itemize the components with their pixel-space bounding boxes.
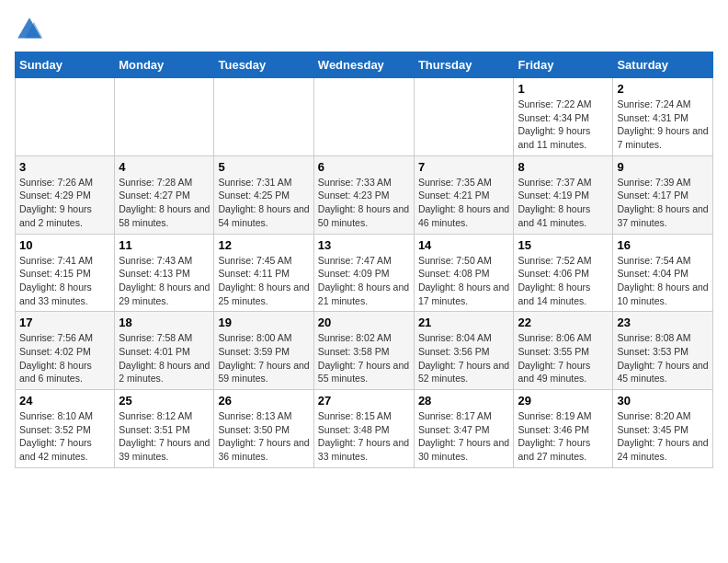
calendar-cell	[313, 78, 414, 156]
day-number: 19	[218, 316, 309, 329]
day-info: Sunrise: 7:41 AM Sunset: 4:15 PM Dayligh…	[19, 254, 110, 308]
day-info: Sunrise: 7:47 AM Sunset: 4:09 PM Dayligh…	[318, 254, 410, 308]
col-header-wednesday: Wednesday	[313, 52, 414, 78]
day-info: Sunrise: 8:04 AM Sunset: 3:56 PM Dayligh…	[418, 331, 510, 385]
calendar-cell	[115, 78, 214, 156]
day-number: 23	[617, 316, 709, 329]
calendar-week-row: 17Sunrise: 7:56 AM Sunset: 4:02 PM Dayli…	[16, 312, 713, 390]
day-info: Sunrise: 7:45 AM Sunset: 4:11 PM Dayligh…	[218, 254, 309, 308]
calendar-cell: 29Sunrise: 8:19 AM Sunset: 3:46 PM Dayli…	[514, 390, 613, 468]
calendar-week-row: 10Sunrise: 7:41 AM Sunset: 4:15 PM Dayli…	[16, 234, 713, 312]
day-info: Sunrise: 8:02 AM Sunset: 3:58 PM Dayligh…	[318, 331, 410, 385]
day-number: 25	[119, 394, 210, 408]
calendar-cell: 14Sunrise: 7:50 AM Sunset: 4:08 PM Dayli…	[414, 234, 514, 312]
calendar-cell: 28Sunrise: 8:17 AM Sunset: 3:47 PM Dayli…	[414, 390, 514, 468]
day-info: Sunrise: 8:15 AM Sunset: 3:48 PM Dayligh…	[318, 409, 410, 464]
day-number: 27	[318, 394, 410, 408]
calendar-cell: 19Sunrise: 8:00 AM Sunset: 3:59 PM Dayli…	[214, 312, 313, 390]
day-number: 7	[418, 160, 510, 174]
calendar-cell: 4Sunrise: 7:28 AM Sunset: 4:27 PM Daylig…	[115, 155, 214, 234]
day-number: 18	[119, 316, 210, 329]
logo	[15, 15, 48, 44]
calendar-table: SundayMondayTuesdayWednesdayThursdayFrid…	[15, 52, 713, 468]
day-number: 12	[218, 238, 309, 252]
calendar-cell: 23Sunrise: 8:08 AM Sunset: 3:53 PM Dayli…	[613, 312, 713, 390]
day-info: Sunrise: 8:12 AM Sunset: 3:51 PM Dayligh…	[119, 409, 210, 464]
day-number: 17	[19, 316, 110, 329]
day-info: Sunrise: 7:33 AM Sunset: 4:23 PM Dayligh…	[318, 176, 410, 230]
col-header-friday: Friday	[514, 52, 613, 78]
col-header-sunday: Sunday	[16, 52, 115, 78]
day-info: Sunrise: 7:26 AM Sunset: 4:29 PM Dayligh…	[19, 176, 110, 230]
day-number: 15	[518, 238, 609, 252]
day-number: 16	[617, 238, 709, 252]
calendar-cell: 30Sunrise: 8:20 AM Sunset: 3:45 PM Dayli…	[613, 390, 713, 468]
day-number: 14	[418, 238, 510, 252]
day-info: Sunrise: 7:39 AM Sunset: 4:17 PM Dayligh…	[617, 176, 709, 230]
day-info: Sunrise: 8:08 AM Sunset: 3:53 PM Dayligh…	[617, 331, 709, 385]
day-number: 9	[617, 160, 709, 174]
calendar-cell: 5Sunrise: 7:31 AM Sunset: 4:25 PM Daylig…	[214, 155, 313, 234]
col-header-saturday: Saturday	[613, 52, 713, 78]
calendar-cell: 6Sunrise: 7:33 AM Sunset: 4:23 PM Daylig…	[313, 155, 414, 234]
calendar-cell: 21Sunrise: 8:04 AM Sunset: 3:56 PM Dayli…	[414, 312, 514, 390]
calendar-cell: 13Sunrise: 7:47 AM Sunset: 4:09 PM Dayli…	[313, 234, 414, 312]
calendar-cell: 20Sunrise: 8:02 AM Sunset: 3:58 PM Dayli…	[313, 312, 414, 390]
day-number: 21	[418, 316, 510, 329]
calendar-cell: 17Sunrise: 7:56 AM Sunset: 4:02 PM Dayli…	[16, 312, 115, 390]
calendar-cell: 25Sunrise: 8:12 AM Sunset: 3:51 PM Dayli…	[115, 390, 214, 468]
col-header-thursday: Thursday	[414, 52, 514, 78]
logo-icon	[15, 15, 44, 44]
day-info: Sunrise: 7:37 AM Sunset: 4:19 PM Dayligh…	[518, 176, 609, 230]
day-info: Sunrise: 7:22 AM Sunset: 4:34 PM Dayligh…	[518, 98, 609, 152]
col-header-tuesday: Tuesday	[214, 52, 313, 78]
day-info: Sunrise: 8:13 AM Sunset: 3:50 PM Dayligh…	[218, 409, 309, 464]
day-info: Sunrise: 7:56 AM Sunset: 4:02 PM Dayligh…	[19, 331, 110, 385]
calendar-cell: 9Sunrise: 7:39 AM Sunset: 4:17 PM Daylig…	[613, 155, 713, 234]
day-info: Sunrise: 8:06 AM Sunset: 3:55 PM Dayligh…	[518, 331, 609, 385]
day-info: Sunrise: 7:24 AM Sunset: 4:31 PM Dayligh…	[617, 98, 709, 152]
calendar-cell: 12Sunrise: 7:45 AM Sunset: 4:11 PM Dayli…	[214, 234, 313, 312]
day-info: Sunrise: 7:35 AM Sunset: 4:21 PM Dayligh…	[418, 176, 510, 230]
day-number: 8	[518, 160, 609, 174]
calendar-cell: 24Sunrise: 8:10 AM Sunset: 3:52 PM Dayli…	[16, 390, 115, 468]
calendar-cell: 27Sunrise: 8:15 AM Sunset: 3:48 PM Dayli…	[313, 390, 414, 468]
day-number: 10	[19, 238, 110, 252]
calendar-week-row: 3Sunrise: 7:26 AM Sunset: 4:29 PM Daylig…	[16, 155, 713, 234]
calendar-cell	[414, 78, 514, 156]
calendar-header-row: SundayMondayTuesdayWednesdayThursdayFrid…	[16, 52, 713, 78]
day-info: Sunrise: 7:50 AM Sunset: 4:08 PM Dayligh…	[418, 254, 510, 308]
calendar-week-row: 1Sunrise: 7:22 AM Sunset: 4:34 PM Daylig…	[16, 78, 713, 156]
day-number: 20	[318, 316, 410, 329]
day-number: 28	[418, 394, 510, 408]
calendar-cell: 7Sunrise: 7:35 AM Sunset: 4:21 PM Daylig…	[414, 155, 514, 234]
day-info: Sunrise: 7:31 AM Sunset: 4:25 PM Dayligh…	[218, 176, 309, 230]
day-number: 11	[119, 238, 210, 252]
calendar-cell: 16Sunrise: 7:54 AM Sunset: 4:04 PM Dayli…	[613, 234, 713, 312]
calendar-cell	[16, 78, 115, 156]
calendar-cell: 3Sunrise: 7:26 AM Sunset: 4:29 PM Daylig…	[16, 155, 115, 234]
day-info: Sunrise: 7:58 AM Sunset: 4:01 PM Dayligh…	[119, 331, 210, 385]
day-info: Sunrise: 8:20 AM Sunset: 3:45 PM Dayligh…	[617, 409, 709, 464]
day-number: 22	[518, 316, 609, 329]
day-number: 6	[318, 160, 410, 174]
calendar-cell: 18Sunrise: 7:58 AM Sunset: 4:01 PM Dayli…	[115, 312, 214, 390]
calendar-cell	[214, 78, 313, 156]
day-number: 13	[318, 238, 410, 252]
day-number: 26	[218, 394, 309, 408]
calendar-cell: 26Sunrise: 8:13 AM Sunset: 3:50 PM Dayli…	[214, 390, 313, 468]
calendar-cell: 1Sunrise: 7:22 AM Sunset: 4:34 PM Daylig…	[514, 78, 613, 156]
calendar-cell: 10Sunrise: 7:41 AM Sunset: 4:15 PM Dayli…	[16, 234, 115, 312]
page-header	[15, 15, 713, 44]
calendar-cell: 11Sunrise: 7:43 AM Sunset: 4:13 PM Dayli…	[115, 234, 214, 312]
day-number: 3	[19, 160, 110, 174]
day-info: Sunrise: 8:10 AM Sunset: 3:52 PM Dayligh…	[19, 409, 110, 464]
day-info: Sunrise: 8:17 AM Sunset: 3:47 PM Dayligh…	[418, 409, 510, 464]
day-info: Sunrise: 7:43 AM Sunset: 4:13 PM Dayligh…	[119, 254, 210, 308]
day-info: Sunrise: 8:19 AM Sunset: 3:46 PM Dayligh…	[518, 409, 609, 464]
col-header-monday: Monday	[115, 52, 214, 78]
day-number: 24	[19, 394, 110, 408]
day-info: Sunrise: 8:00 AM Sunset: 3:59 PM Dayligh…	[218, 331, 309, 385]
calendar-cell: 8Sunrise: 7:37 AM Sunset: 4:19 PM Daylig…	[514, 155, 613, 234]
day-number: 30	[617, 394, 709, 408]
